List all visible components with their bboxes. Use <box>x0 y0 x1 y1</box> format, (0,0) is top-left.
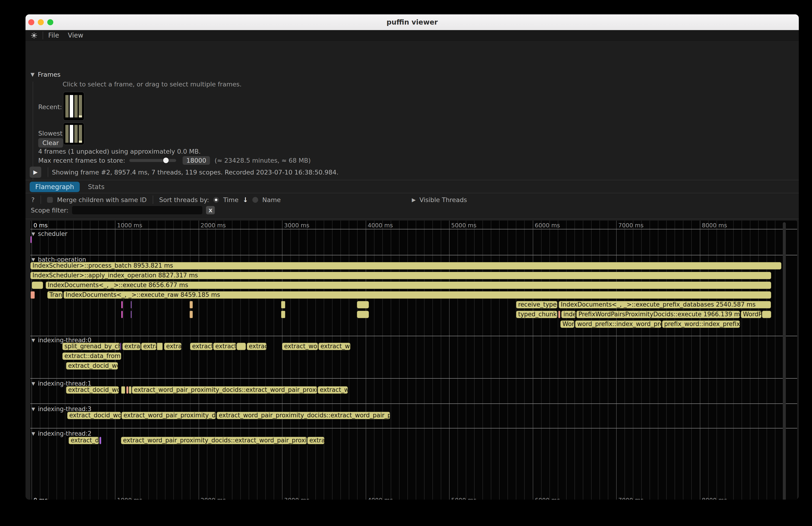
flame-scope-bar[interactable]: typed_chunk::w <box>516 311 557 318</box>
play-button[interactable]: ▶ <box>30 166 41 178</box>
flame-scope-bar[interactable]: prefix_word::index_prefix_wo <box>662 320 740 328</box>
merge-children-label[interactable]: Merge children with same ID <box>57 196 147 203</box>
theme-sun-icon[interactable] <box>31 32 38 39</box>
max-frames-value[interactable]: 18000 <box>183 156 210 165</box>
flame-scope-bar[interactable] <box>357 311 369 318</box>
flame-scope-bar[interactable] <box>357 301 369 308</box>
flame-scope-bar[interactable] <box>281 301 285 308</box>
flame-scope-bar[interactable]: WordPr <box>741 311 762 318</box>
max-frames-slider[interactable] <box>129 159 176 162</box>
thread-header-indexing-thread:2[interactable]: ▼indexing-thread:2 <box>31 430 91 437</box>
thread-name: indexing-thread:1 <box>38 380 91 387</box>
flame-scope-bar[interactable] <box>157 343 163 350</box>
frames-section-header[interactable]: ▼ Frames <box>31 71 60 78</box>
flame-scope-bar[interactable] <box>30 236 32 243</box>
flame-scope-bar[interactable]: extract_word_pair_proximity_docids::extr… <box>132 386 317 394</box>
flame-scope-bar[interactable]: extract_docid_word <box>66 362 118 369</box>
flame-scope-bar[interactable]: extract_word_pair_proximity_docids::extr… <box>121 437 307 444</box>
flame-scope-bar[interactable] <box>31 291 35 299</box>
flame-scope-bar[interactable] <box>121 386 125 394</box>
thread-header-scheduler[interactable]: ▼scheduler <box>31 230 68 237</box>
flame-scope-bar[interactable]: extract <box>122 343 141 350</box>
flame-scope-bar[interactable]: IndexScheduler>::process_batch 8953.821 … <box>30 262 781 269</box>
flame-scope-bar[interactable] <box>32 281 43 289</box>
help-button[interactable]: ? <box>31 196 34 203</box>
frame-bar-selected[interactable] <box>70 95 73 117</box>
flame-scope-bar[interactable]: extra <box>141 343 156 350</box>
flame-scope-bar[interactable]: index <box>561 311 576 318</box>
sort-name-radio[interactable] <box>252 197 258 203</box>
flame-scope-bar[interactable]: Trans <box>47 291 62 299</box>
flame-scope-bar[interactable]: extract_wo <box>318 386 348 394</box>
axis-tick-label: 6000 ms <box>535 222 560 229</box>
flame-scope-bar[interactable] <box>190 301 193 308</box>
visible-threads-header[interactable]: ▶ Visible Threads <box>412 195 467 205</box>
frame-bar-selected[interactable] <box>70 125 73 143</box>
frame-bar[interactable] <box>74 125 78 143</box>
flame-scope-bar[interactable] <box>131 311 132 318</box>
menu-file[interactable]: File <box>48 31 59 39</box>
flame-scope-bar[interactable]: Word <box>560 320 574 328</box>
flame-scope-bar[interactable] <box>236 343 246 350</box>
flame-scope-bar[interactable]: extract_wo <box>318 343 350 350</box>
sort-name-label[interactable]: Name <box>262 196 281 203</box>
vertical-scrollbar[interactable] <box>783 222 786 500</box>
flame-scope-bar[interactable]: extract_word_pair_proximity_docids::extr… <box>217 412 390 419</box>
flamegraph-canvas[interactable]: 0 ms0 ms1000 ms1000 ms2000 ms2000 ms3000… <box>30 221 797 500</box>
frame-bar[interactable] <box>79 125 82 143</box>
frame-bar[interactable] <box>66 95 69 117</box>
flame-scope-bar[interactable]: extract::data_from_ob <box>62 352 121 360</box>
tab-flamegraph[interactable]: Flamegraph <box>30 182 80 192</box>
flame-scope-bar[interactable]: extract_word <box>282 343 318 350</box>
sort-direction-icon[interactable]: ↓ <box>243 196 248 204</box>
flame-scope-bar[interactable]: IndexDocuments<_, _>::execute_raw 8459.1… <box>63 291 771 299</box>
frame-bar[interactable] <box>66 125 69 143</box>
flame-scope-bar[interactable]: extract_word_pair_proximity_docids <box>121 412 216 419</box>
flame-scope-bar[interactable] <box>99 437 101 444</box>
flame-scope-bar[interactable]: extract_ <box>213 343 236 350</box>
flame-scope-bar[interactable]: extract_doc <box>69 437 99 444</box>
merge-children-checkbox[interactable] <box>47 197 53 203</box>
flame-scope-bar[interactable]: IndexDocuments<_, _>::execute_prefix_dat… <box>559 301 771 308</box>
tab-stats[interactable]: Stats <box>88 183 104 191</box>
clear-button[interactable]: Clear <box>38 138 63 148</box>
flame-scope-bar[interactable]: receive_typed_ <box>516 301 557 308</box>
flame-scope-bar[interactable] <box>190 311 193 318</box>
flame-scope-bar[interactable] <box>129 386 131 394</box>
flame-scope-bar[interactable] <box>558 311 560 318</box>
frame-bar[interactable] <box>79 95 82 117</box>
flame-scope-bar[interactable]: extract <box>247 343 266 350</box>
scope-filter-input[interactable] <box>72 206 202 214</box>
thread-header-indexing-thread:1[interactable]: ▼indexing-thread:1 <box>31 380 91 387</box>
flame-scope-bar[interactable]: PrefixWordPairsProximityDocids::execute … <box>576 311 740 318</box>
flame-scope-bar[interactable] <box>131 301 132 308</box>
sort-time-label[interactable]: Time <box>223 196 238 203</box>
flame-scope-bar[interactable]: extract_ <box>190 343 213 350</box>
flame-scope-bar[interactable]: split_grenad_by_chun <box>62 343 120 350</box>
scope-clear-button[interactable]: x <box>206 206 215 214</box>
recent-frames-thumbnail[interactable] <box>63 92 84 121</box>
flame-scope-bar[interactable]: IndexDocuments<_, _>::execute 8656.677 m… <box>46 281 771 289</box>
flame-scope-bar[interactable] <box>762 311 771 318</box>
controls-divider <box>153 195 153 204</box>
flame-scope-bar[interactable] <box>281 311 285 318</box>
flame-scope-bar[interactable]: extrac <box>164 343 182 350</box>
menu-view[interactable]: View <box>68 31 83 39</box>
flame-scope-bar[interactable] <box>126 386 128 394</box>
flame-scope-bar[interactable]: extract_docid_word <box>66 386 119 394</box>
flame-scope-bar[interactable]: word_prefix::index_word_prefix_ <box>575 320 662 328</box>
flame-scope-bar[interactable]: extrac <box>307 437 324 444</box>
flame-scope-bar[interactable] <box>120 343 121 350</box>
axis-tick-label: 4000 ms <box>368 497 393 500</box>
collapse-triangle-icon: ▼ <box>31 337 35 343</box>
sort-time-radio[interactable] <box>213 197 219 203</box>
flame-scope-bar[interactable] <box>121 301 123 308</box>
flame-scope-bar[interactable]: extract_docid_word <box>67 412 121 419</box>
max-frames-label: Max recent frames to store: <box>38 157 125 164</box>
frame-bar[interactable] <box>74 95 78 117</box>
slowest-frames-thumbnail[interactable] <box>63 122 84 145</box>
flame-scope-bar[interactable] <box>121 311 123 318</box>
slider-handle[interactable] <box>163 157 169 164</box>
thread-header-indexing-thread:3[interactable]: ▼indexing-thread:3 <box>31 406 91 412</box>
flame-scope-bar[interactable]: IndexScheduler>::apply_index_operation 8… <box>30 272 771 279</box>
